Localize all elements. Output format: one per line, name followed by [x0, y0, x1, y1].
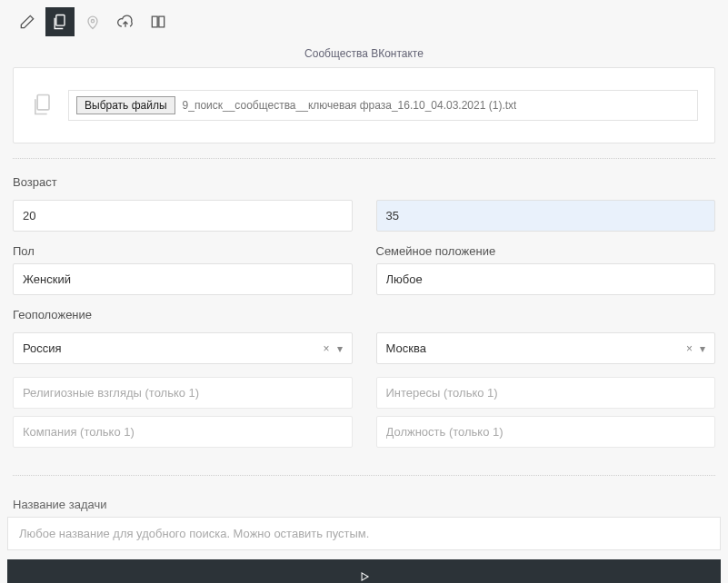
section-title: Сообщества ВКонтакте	[0, 44, 728, 67]
toolbar	[0, 0, 728, 44]
divider	[13, 158, 715, 159]
svg-rect-0	[56, 15, 65, 26]
svg-point-1	[91, 20, 94, 23]
divider	[13, 475, 715, 476]
file-input-row: Выбрать файлы 9_поиск__сообщества__ключе…	[68, 90, 698, 121]
age-to-input[interactable]	[376, 200, 716, 232]
play-icon	[358, 570, 371, 583]
marital-input[interactable]	[376, 263, 716, 295]
footer: Название задачи	[0, 492, 728, 583]
company-input[interactable]	[13, 416, 353, 448]
task-name-label: Название задачи	[7, 492, 721, 517]
chevron-down-icon[interactable]: ▾	[337, 342, 343, 355]
marital-label: Семейное положение	[376, 244, 716, 258]
run-button[interactable]	[7, 559, 721, 583]
country-select[interactable]: Россия × ▾	[13, 332, 353, 364]
pin-icon[interactable]	[78, 7, 107, 36]
interests-input[interactable]	[376, 377, 716, 409]
clear-icon[interactable]: ×	[323, 342, 329, 355]
gender-input[interactable]	[13, 263, 353, 295]
city-value: Москва	[386, 341, 426, 355]
svg-rect-2	[37, 94, 49, 109]
clear-icon[interactable]: ×	[686, 342, 693, 355]
edit-icon[interactable]	[13, 7, 42, 36]
chevron-down-icon[interactable]: ▾	[700, 342, 705, 355]
upload-panel: Выбрать файлы 9_поиск__сообщества__ключе…	[13, 67, 715, 143]
position-input[interactable]	[376, 416, 716, 448]
file-copy-icon	[30, 92, 55, 120]
age-from-input[interactable]	[13, 200, 353, 232]
selected-file-name: 9_поиск__сообщества__ключевая фраза_16.1…	[183, 99, 517, 112]
geo-label: Геоположение	[13, 308, 353, 321]
city-select[interactable]: Москва × ▾	[376, 332, 716, 364]
task-name-input[interactable]	[7, 517, 721, 550]
svg-marker-3	[362, 573, 368, 580]
form-area: Возраст Пол Семейное положение Геоположе…	[0, 175, 728, 475]
age-label: Возраст	[13, 175, 353, 189]
book-icon[interactable]	[144, 7, 173, 36]
cloud-upload-icon[interactable]	[111, 7, 140, 36]
religion-input[interactable]	[13, 377, 353, 409]
copy-files-icon[interactable]	[45, 7, 75, 36]
gender-label: Пол	[13, 244, 353, 258]
country-value: Россия	[23, 341, 62, 355]
choose-files-button[interactable]: Выбрать файлы	[76, 96, 175, 114]
